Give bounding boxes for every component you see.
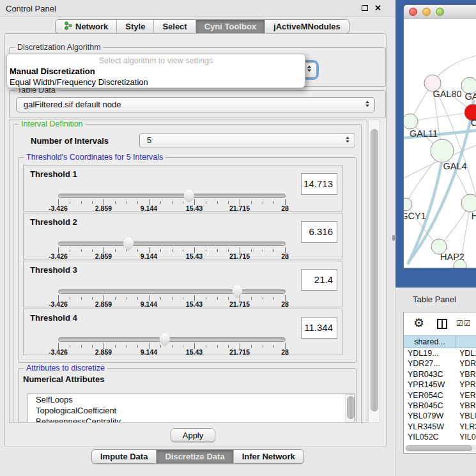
cell-name[interactable]: YPR1 <box>456 380 476 390</box>
cell-shared-name[interactable]: YDL19... <box>404 348 456 358</box>
table-data-value: galFiltered.sif default node <box>24 100 121 109</box>
table-data-combobox[interactable]: galFiltered.sif default node <box>16 97 375 112</box>
tab-select[interactable]: Select <box>153 20 195 33</box>
network-node[interactable] <box>404 198 412 211</box>
zoom-traffic-light[interactable] <box>436 8 444 16</box>
tab-label: Impute Data <box>100 452 148 461</box>
tick-label: 21.715 <box>229 300 250 308</box>
scrollbar-thumb[interactable] <box>406 445 472 451</box>
cell-shared-name[interactable]: YDR27... <box>404 358 456 369</box>
cell-name[interactable]: YDL1 <box>456 348 476 358</box>
cell-shared-name[interactable]: YPR145W <box>404 380 456 390</box>
list-item[interactable]: BetweennessCentrality <box>27 416 355 423</box>
tab-network[interactable]: Network <box>56 20 116 33</box>
threshold-1-value-field[interactable]: 14.713 <box>301 173 337 195</box>
network-node[interactable] <box>431 139 454 162</box>
threshold-4-slider-track[interactable] <box>58 337 286 342</box>
settings-scrollbar[interactable] <box>368 119 380 423</box>
popup-option-equal-width-frequency[interactable]: Equal Width/Frequency Discretization <box>10 77 148 87</box>
network-node-label: GAL4 <box>443 161 466 171</box>
apply-button[interactable]: Apply <box>171 428 215 442</box>
tab-jactivemnodules[interactable]: jActiveMNodules <box>265 20 349 33</box>
table-panel-title: Table Panel <box>413 295 456 304</box>
popup-option-manual-discretization[interactable]: Manual Discretization <box>10 66 95 76</box>
tick-label: 15.43 <box>186 204 203 212</box>
number-of-intervals-combobox[interactable]: 5 <box>139 133 355 148</box>
splitter-handle[interactable] <box>392 235 395 241</box>
cell-name[interactable]: YER0 <box>456 390 476 401</box>
table-row[interactable]: YBL079W YBL0 <box>404 411 476 421</box>
cell-name[interactable]: YDR2 <box>456 358 476 369</box>
threshold-3-slider-track[interactable] <box>58 289 286 294</box>
control-panel-window: Control Panel ✕ Network Style Select Cyn… <box>0 0 395 476</box>
network-node[interactable] <box>461 194 476 212</box>
numerical-attributes-list[interactable]: SelfLoopsTopologicalCoefficientBetweenne… <box>27 394 355 423</box>
threshold-1-slider-track[interactable] <box>58 194 286 198</box>
cell-name[interactable]: YLR3 <box>456 422 476 432</box>
tick-label: 9.144 <box>141 348 157 356</box>
threshold-label: Threshold 1 <box>30 169 77 179</box>
table-row[interactable]: YBR045C YBR0 <box>404 401 476 411</box>
combo-arrows-icon <box>306 65 312 72</box>
scrollbar-thumb[interactable] <box>347 396 355 419</box>
gear-icon[interactable]: ⚙ <box>413 316 424 330</box>
network-canvas[interactable]: GAL80GACGAL11GAL4GCY1HHAP2 <box>404 19 476 268</box>
threshold-label: Threshold 3 <box>30 265 77 275</box>
algorithm-dropdown-popup: Select algorithm to view settings Manual… <box>6 54 305 88</box>
table-row[interactable]: YPR145W YPR1 <box>404 380 476 390</box>
cell-name[interactable]: YIL0 <box>456 432 476 442</box>
threshold-2-value-field[interactable]: 6.316 <box>301 221 337 243</box>
tab-discretize-data[interactable]: Discretize Data <box>156 450 233 463</box>
cell-shared-name[interactable]: YBL079W <box>404 411 456 421</box>
number-of-intervals-value: 5 <box>147 135 151 145</box>
split-columns-icon[interactable] <box>437 319 447 329</box>
cell-shared-name[interactable]: YER054C <box>404 390 456 401</box>
tick-label: -3.426 <box>49 252 68 260</box>
table-row[interactable]: YBR043C YBR0 <box>404 369 476 380</box>
top-tab-bar: Network Style Select Cyni Toolbox jActiv… <box>55 19 349 34</box>
tick-label: -3.426 <box>49 204 68 212</box>
tab-impute-data[interactable]: Impute Data <box>92 450 156 463</box>
column-header-shared[interactable]: shared... <box>404 335 456 348</box>
cell-name[interactable]: YBL0 <box>456 411 476 421</box>
tick-label: 2.859 <box>95 348 112 356</box>
minimize-traffic-light[interactable] <box>422 8 431 16</box>
desktop-background: GAL80GACGAL11GAL4GCY1HHAP2 <box>395 0 476 288</box>
tick-label: 15.43 <box>186 252 203 260</box>
tick-label: 28 <box>281 348 289 356</box>
list-item[interactable]: TopologicalCoefficient <box>27 405 355 416</box>
tick-label: 28 <box>281 300 289 308</box>
close-traffic-light[interactable] <box>409 8 417 16</box>
cell-name[interactable]: YBR0 <box>456 369 476 380</box>
list-item[interactable]: SelfLoops <box>27 394 355 405</box>
cell-shared-name[interactable]: YLR345W <box>404 422 456 432</box>
table-row[interactable]: YLR345W YLR3 <box>404 422 476 432</box>
table-row[interactable]: YDR27... YDR2 <box>404 358 476 369</box>
table-horizontal-scrollbar[interactable] <box>405 445 476 452</box>
threshold-3-value-field[interactable]: 21.4 <box>301 269 337 291</box>
network-node[interactable] <box>404 114 418 129</box>
float-window-icon[interactable] <box>362 5 368 11</box>
table-row[interactable]: YIL052C YIL0 <box>404 432 476 442</box>
cell-shared-name[interactable]: YIL052C <box>404 432 456 442</box>
tab-cyni-toolbox[interactable]: Cyni Toolbox <box>196 20 265 33</box>
table-row[interactable]: YDL19... YDL1 <box>404 348 476 358</box>
tab-infer-network[interactable]: Infer Network <box>233 450 303 463</box>
network-window-titlebar[interactable] <box>404 5 476 19</box>
cell-name[interactable]: YBR0 <box>456 401 476 411</box>
checkbox-columns-icon[interactable]: ☑☑ <box>456 319 472 328</box>
table-row[interactable]: YER054C YER0 <box>404 390 476 401</box>
attributes-list-scrollbar[interactable] <box>345 394 355 422</box>
network-node-label: GAL11 <box>410 128 438 139</box>
column-header-name[interactable]: na <box>456 335 476 348</box>
threshold-4-value-field[interactable]: 11.344 <box>301 317 337 339</box>
group-title: Threshold's Coordinates for 5 Intervals <box>24 153 165 162</box>
tab-style[interactable]: Style <box>116 20 153 33</box>
scrollbar-thumb[interactable] <box>371 129 378 411</box>
slider-tick-labels: -3.4262.8599.14415.4321.71528 <box>58 300 286 307</box>
tab-label: Select <box>162 22 187 31</box>
close-icon[interactable]: ✕ <box>374 3 381 13</box>
cell-shared-name[interactable]: YBR045C <box>404 401 456 411</box>
threshold-2-slider-track[interactable] <box>58 242 286 246</box>
cell-shared-name[interactable]: YBR043C <box>404 369 456 380</box>
